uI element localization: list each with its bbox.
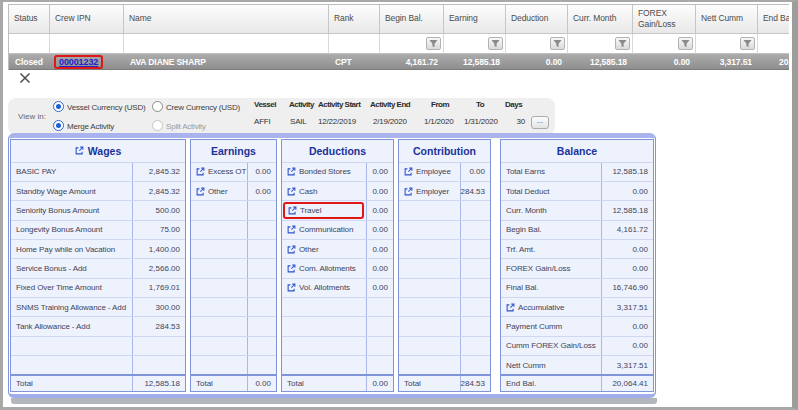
item-label-employee[interactable]: Employee	[399, 163, 460, 181]
radio-label: Merge Activity	[67, 122, 114, 131]
panel-row	[191, 258, 276, 277]
item-label-other[interactable]: Other	[191, 182, 247, 200]
item-label-fixed-over-time-amount: Fixed Over Time Amount	[11, 279, 132, 297]
panel-row	[399, 355, 490, 374]
row-cell-earning[interactable]: 12,585.18	[444, 54, 506, 70]
row-cell-nett[interactable]: 3,317.51	[696, 54, 758, 70]
column-header-rank[interactable]: Rank	[329, 5, 380, 34]
crew-ipn-link[interactable]: 00001232	[59, 57, 98, 67]
external-link-icon	[287, 187, 296, 196]
panel-row: Longevity Bonus Amount75.00	[11, 220, 185, 239]
filter-cell-rank[interactable]	[329, 34, 380, 54]
panel-row: Curr. Month12,585.18	[501, 200, 653, 219]
column-header-nett[interactable]: Nett Cumm	[696, 5, 758, 34]
row-cell-forex[interactable]: 0.00	[633, 54, 696, 70]
field-value: SAIL	[290, 117, 307, 126]
panel-row: Other0.00	[282, 239, 393, 258]
panel-row: Travel0.00	[282, 200, 393, 219]
panel-row	[191, 316, 276, 335]
item-label-curr-month: Curr. Month	[501, 201, 601, 219]
panel-row: Trf. Amt.0.00	[501, 239, 653, 258]
column-header-forex[interactable]: FOREX Gain/Loss	[633, 5, 696, 34]
panel-row: SNMS Training Allowance - Add300.00	[11, 297, 185, 316]
row-cell-end[interactable]: 20,064.41	[758, 54, 789, 70]
item-label-tank-allowance-add: Tank Allowance - Add	[11, 317, 132, 335]
item-label-bonded-stores[interactable]: Bonded Stores	[282, 163, 366, 181]
filter-cell-nett[interactable]	[696, 34, 758, 54]
grid-data-row[interactable]: Closed00001232AVA DIANE SHARPCPT4,161.72…	[9, 54, 789, 70]
filter-funnel-icon[interactable]	[678, 37, 693, 50]
item-label-begin-bal-: Begin Bal.	[501, 221, 601, 239]
panel-row: Payment Cumm0.00	[501, 316, 653, 335]
column-header-end[interactable]: End Bal.	[758, 5, 789, 34]
item-label-com-allotments[interactable]: Com. Allotments	[282, 259, 366, 277]
filter-cell-status[interactable]	[9, 34, 50, 54]
external-link-icon	[287, 264, 296, 273]
filter-funnel-icon[interactable]	[740, 37, 755, 50]
external-link-icon	[287, 245, 296, 254]
panel-row	[191, 297, 276, 316]
panel-row: Standby Wage Amount2,845.32	[11, 181, 185, 200]
row-cell-deduction[interactable]: 0.00	[506, 54, 568, 70]
filter-funnel-icon[interactable]	[426, 37, 441, 50]
panel-contribution: ContributionEmployee0.00Employer284.53To…	[398, 139, 491, 392]
panel-row	[191, 200, 276, 219]
panel-total-row: Total284.53	[399, 374, 490, 391]
radio-merge-activity[interactable]	[53, 120, 64, 131]
row-cell-rank[interactable]: CPT	[329, 54, 380, 70]
filter-funnel-icon[interactable]	[615, 37, 630, 50]
column-header-curr[interactable]: Curr. Month	[568, 5, 633, 34]
radio-split-activity[interactable]	[152, 120, 163, 131]
column-header-ipn[interactable]: Crew IPN	[50, 5, 124, 34]
column-header-begin[interactable]: Begin Bal.	[380, 5, 444, 34]
panel-total-row: Total0.00	[191, 374, 276, 391]
item-label-vol-allotments[interactable]: Vol. Allotments	[282, 279, 366, 297]
row-cell-begin[interactable]: 4,161.72	[380, 54, 444, 70]
item-label-accumulative[interactable]: Accumulative	[501, 298, 601, 316]
panel-row	[191, 220, 276, 239]
column-header-name[interactable]: Name	[124, 5, 329, 34]
panel-row	[191, 239, 276, 258]
field-value: 1/31/2020	[464, 117, 498, 126]
filter-cell-deduction[interactable]	[506, 34, 568, 54]
filter-cell-ipn[interactable]	[50, 34, 124, 54]
item-label-travel[interactable]: Travel	[282, 201, 366, 219]
panel-title-earnings: Earnings	[191, 140, 276, 162]
row-cell-status[interactable]: Closed	[9, 54, 50, 70]
column-header-deduction[interactable]: Deduction	[506, 5, 568, 34]
row-cell-curr[interactable]: 12,585.18	[568, 54, 633, 70]
filter-funnel-icon[interactable]	[550, 37, 565, 50]
item-label-excess-ot[interactable]: Excess OT	[191, 163, 247, 181]
item-label-employer[interactable]: Employer	[399, 182, 460, 200]
highlight-box: 00001232	[54, 55, 103, 69]
panel-row: Final Bal.16,746.90	[501, 278, 653, 297]
column-header-status[interactable]: Status	[9, 5, 50, 34]
panel-title-contribution: Contribution	[399, 140, 490, 162]
panels-container: WagesBASIC PAY2,845.32Standby Wage Amoun…	[8, 133, 656, 398]
row-cell-name[interactable]: AVA DIANE SHARP	[124, 54, 329, 70]
filter-cell-curr[interactable]	[568, 34, 633, 54]
column-header-earning[interactable]: Earning	[444, 5, 506, 34]
row-cell-ipn[interactable]: 00001232	[50, 54, 124, 70]
radio-vessel-currency-usd-[interactable]	[53, 101, 64, 112]
panel-row	[399, 220, 490, 239]
item-label-cash[interactable]: Cash	[282, 182, 366, 200]
filter-cell-begin[interactable]	[380, 34, 444, 54]
item-label-longevity-bonus-amount: Longevity Bonus Amount	[11, 221, 132, 239]
filter-cell-forex[interactable]	[633, 34, 696, 54]
filter-cell-end[interactable]	[758, 34, 789, 54]
filter-cell-name[interactable]	[124, 34, 329, 54]
item-label-forex-gain-loss: FOREX Gain/Loss	[501, 259, 601, 277]
item-label-other[interactable]: Other	[282, 240, 366, 258]
more-button[interactable]: ...	[531, 116, 549, 129]
panel-row: FOREX Gain/Loss0.00	[501, 258, 653, 277]
crew-grid: StatusCrew IPNNameRankBegin Bal.EarningD…	[8, 4, 789, 70]
panel-row: Employer284.53	[399, 181, 490, 200]
panel-row	[399, 278, 490, 297]
radio-crew-currency-usd-[interactable]	[152, 101, 163, 112]
item-label-communication[interactable]: Communication	[282, 221, 366, 239]
panel-row	[282, 336, 393, 355]
filter-funnel-icon[interactable]	[488, 37, 503, 50]
close-icon[interactable]	[19, 72, 31, 84]
filter-cell-earning[interactable]	[444, 34, 506, 54]
